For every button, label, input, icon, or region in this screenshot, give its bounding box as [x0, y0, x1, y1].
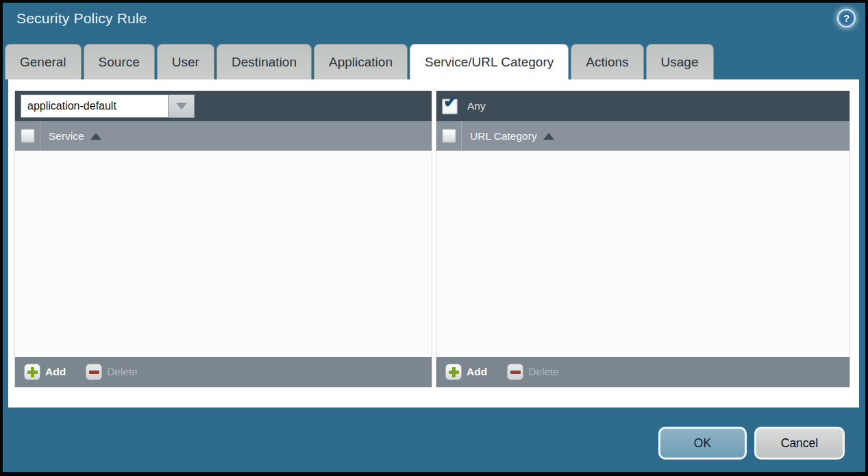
url-category-column-label: URL Category	[470, 130, 537, 142]
service-delete-button[interactable]: Delete	[86, 364, 138, 380]
tab-application[interactable]: Application	[314, 44, 408, 79]
delete-button-label: Delete	[528, 366, 559, 378]
tab-destination[interactable]: Destination	[216, 44, 312, 79]
tab-usage[interactable]: Usage	[646, 44, 714, 79]
delete-minus-icon	[507, 364, 523, 380]
service-panel: application-default Service	[15, 91, 432, 387]
cancel-button[interactable]: Cancel	[754, 427, 845, 460]
service-column-header-row: Service	[15, 121, 432, 151]
service-table-body	[15, 151, 432, 357]
service-add-button[interactable]: Add	[24, 364, 66, 380]
service-select-all-checkbox[interactable]	[21, 129, 35, 143]
url-category-column-header[interactable]: URL Category	[462, 121, 554, 151]
url-category-add-button[interactable]: Add	[445, 364, 487, 380]
chevron-down-icon	[176, 103, 187, 110]
url-category-panel-footer: Add Delete	[436, 357, 850, 387]
add-button-label: Add	[467, 366, 487, 378]
tab-actions[interactable]: Actions	[571, 44, 643, 79]
tab-user[interactable]: User	[157, 44, 214, 79]
delete-button-label: Delete	[107, 366, 138, 378]
url-category-select-all-checkbox[interactable]	[442, 129, 456, 143]
service-type-dropdown-value[interactable]: application-default	[21, 95, 169, 118]
add-plus-icon	[24, 364, 40, 380]
service-type-dropdown[interactable]: application-default	[21, 95, 195, 118]
service-column-header[interactable]: Service	[40, 121, 101, 151]
any-checkbox[interactable]: ✔	[442, 99, 458, 114]
url-category-table-body	[436, 151, 850, 357]
sort-ascending-icon	[90, 133, 101, 140]
dropdown-arrow-button[interactable]	[169, 95, 195, 118]
url-category-delete-button[interactable]: Delete	[507, 364, 559, 380]
service-panel-header: application-default	[15, 91, 432, 121]
tab-service-url-category[interactable]: Service/URL Category	[410, 44, 569, 79]
url-category-panel: ✔ Any URL Category Add	[436, 91, 850, 387]
tab-content-area: application-default Service	[8, 79, 859, 408]
ok-button[interactable]: OK	[658, 427, 747, 460]
tab-bar: General Source User Destination Applicat…	[5, 44, 714, 79]
any-label: Any	[467, 100, 486, 112]
tab-general[interactable]: General	[5, 44, 82, 79]
add-button-label: Add	[45, 366, 66, 378]
service-panel-footer: Add Delete	[15, 357, 432, 387]
delete-minus-icon	[86, 364, 102, 380]
url-category-panel-header: ✔ Any	[436, 91, 850, 121]
service-column-label: Service	[49, 130, 84, 142]
dialog-title: Security Policy Rule	[16, 10, 147, 27]
tab-source[interactable]: Source	[84, 44, 155, 79]
service-select-all-cell	[15, 121, 40, 151]
sort-ascending-icon	[543, 133, 554, 140]
security-policy-rule-dialog: Security Policy Rule ? General Source Us…	[0, 0, 868, 476]
url-category-select-all-cell	[436, 121, 462, 151]
help-glyph: ?	[843, 12, 850, 24]
url-category-column-header-row: URL Category	[436, 121, 850, 151]
any-option: ✔ Any	[442, 99, 486, 114]
add-plus-icon	[445, 364, 462, 380]
help-icon[interactable]: ?	[837, 9, 856, 27]
check-icon: ✔	[443, 93, 458, 110]
